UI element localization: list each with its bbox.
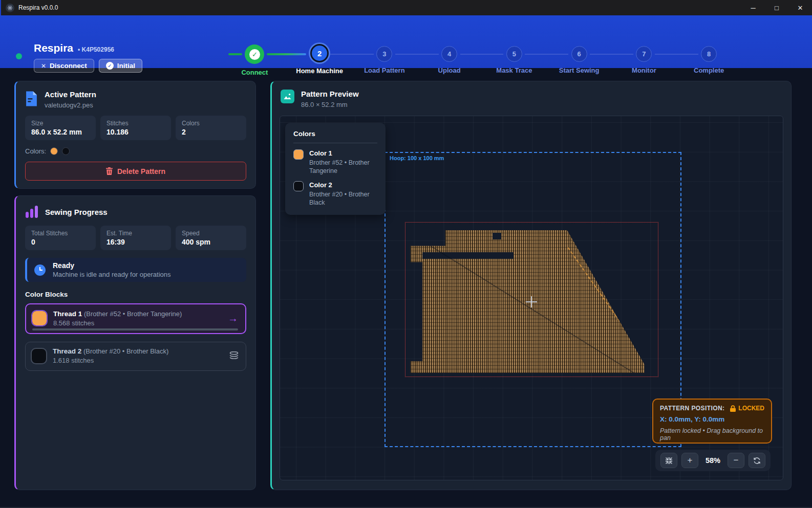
fit-to-screen-button[interactable] — [660, 453, 677, 468]
workflow-stepper: ✓ Connect 2 Home Machine 3 Load Pattern … — [222, 45, 741, 76]
app-header: Respira • K4P502956 ✕ Disconnect ✓ Initi… — [0, 15, 812, 68]
status-description: Machine is idle and ready for operations — [53, 271, 171, 278]
colors-legend: Colors Color 1 Brother #52 • Brother Tan… — [285, 123, 386, 215]
color-swatch-orange — [50, 147, 58, 155]
connection-status-dot — [16, 53, 22, 59]
step-number: 2 — [310, 44, 329, 62]
step-load-pattern[interactable]: 3 Load Pattern — [352, 45, 417, 76]
step-home-machine[interactable]: 2 Home Machine — [287, 45, 352, 76]
legend-swatch-black — [293, 181, 304, 191]
pattern-filename: valetudogv2.pes — [45, 101, 96, 109]
card-title: Sewing Progress — [45, 208, 108, 216]
stat-stitches: Stitches 10.186 — [100, 116, 171, 140]
position-hint: Pattern locked • Drag background to pan — [660, 427, 764, 441]
check-icon: ✓ — [249, 49, 260, 60]
image-icon — [281, 90, 294, 103]
stat-speed: Speed 400 spm — [176, 226, 246, 250]
zoom-level: 58% — [702, 456, 723, 465]
step-number: 6 — [571, 46, 587, 62]
step-number: 7 — [636, 46, 652, 62]
stat-colors: Colors 2 — [176, 116, 246, 140]
step-connect[interactable]: ✓ Connect — [222, 45, 287, 76]
pattern-preview-card: Pattern Preview 86.0 × 52.2 mm Hoop: 100… — [270, 81, 792, 490]
thread-progress-track — [32, 328, 238, 330]
check-circle-icon: ✓ — [106, 62, 114, 70]
preview-canvas[interactable]: Hoop: 100 x 100 mm Colors Color 1 Brothe… — [280, 116, 783, 480]
legend-swatch-orange — [293, 149, 304, 160]
step-upload[interactable]: 4 Upload — [417, 45, 482, 76]
clock-icon — [34, 264, 46, 276]
delete-pattern-button[interactable]: Delete Pattern — [25, 162, 246, 181]
machine-status-banner: Ready Machine is idle and ready for oper… — [25, 258, 246, 282]
bar-chart-icon — [25, 205, 38, 219]
app-icon — [6, 4, 14, 12]
maximize-button[interactable]: □ — [765, 0, 788, 15]
zoom-out-button[interactable]: − — [728, 453, 744, 468]
step-monitor[interactable]: 7 Monitor — [612, 45, 677, 76]
titlebar: Respira v0.0.0 ─ □ ✕ — [0, 0, 812, 15]
initial-button[interactable]: ✓ Initial — [99, 59, 142, 73]
stat-size: Size 86.0 x 52.2 mm — [25, 116, 96, 140]
thread-block-1[interactable]: Thread 1 (Brother #52 • Brother Tangerin… — [25, 303, 246, 334]
step-start-sewing[interactable]: 6 Start Sewing — [547, 45, 612, 76]
thread-swatch — [32, 349, 46, 363]
active-pattern-card: Active Pattern valetudogv2.pes Size 86.0… — [14, 81, 256, 189]
thread-block-2[interactable]: Thread 2 (Brother #20 • Brother Black) 1… — [25, 342, 246, 371]
machine-serial: • K4P502956 — [78, 46, 114, 53]
zoom-in-button[interactable]: + — [681, 453, 698, 468]
color-blocks-heading: Color Blocks — [16, 291, 255, 298]
stat-est-time: Est. Time 16:39 — [100, 226, 171, 250]
step-complete-circle: ✓ — [245, 45, 264, 64]
thread-swatch — [32, 311, 47, 325]
stat-total-stitches: Total Stitches 0 — [25, 226, 96, 250]
center-crosshair-icon — [526, 296, 537, 307]
disconnect-button[interactable]: ✕ Disconnect — [34, 59, 94, 73]
document-icon — [25, 91, 38, 109]
colors-label: Colors: — [25, 147, 46, 155]
minimize-button[interactable]: ─ — [741, 0, 765, 15]
pattern-notch — [422, 252, 514, 259]
step-complete[interactable]: 8 Complete — [676, 45, 741, 76]
position-coordinates: X: 0.0mm, Y: 0.0mm — [660, 415, 764, 423]
sewing-progress-card: Sewing Progress Total Stitches 0 Est. Ti… — [14, 195, 256, 490]
arrow-right-icon: → — [228, 313, 238, 324]
status-title: Ready — [53, 261, 171, 270]
locked-badge: LOCKED — [730, 405, 764, 412]
reset-view-button[interactable] — [749, 453, 765, 468]
close-button[interactable]: ✕ — [788, 0, 812, 15]
step-number: 4 — [441, 46, 457, 62]
card-title: Pattern Preview — [301, 90, 359, 98]
step-number: 5 — [506, 46, 522, 62]
hoop-label: Hoop: 100 x 100 mm — [390, 155, 444, 161]
legend-item-color2: Color 2 Brother #20 • Brother Black — [293, 181, 377, 207]
step-number: 8 — [701, 46, 717, 62]
pattern-position-overlay: PATTERN POSITION: LOCKED X: 0.0mm, Y: 0.… — [652, 399, 772, 444]
legend-item-color1: Color 1 Brother #52 • Brother Tangerine — [293, 149, 377, 175]
pattern-notch — [493, 233, 501, 239]
color-swatch-black — [62, 147, 70, 155]
card-title: Active Pattern — [45, 90, 96, 99]
layers-icon — [229, 351, 239, 360]
app-name: Respira — [34, 42, 73, 54]
window-title: Respira v0.0.0 — [18, 4, 58, 11]
jump-stitch-line — [567, 247, 649, 363]
close-icon: ✕ — [41, 62, 46, 70]
step-number: 3 — [376, 46, 392, 62]
step-mask-trace[interactable]: 5 Mask Trace — [482, 45, 547, 76]
pattern-dimensions: 86.0 × 52.2 mm — [301, 101, 359, 108]
trash-icon — [106, 167, 113, 175]
zoom-controls: + 58% − — [655, 450, 771, 471]
lock-icon — [730, 405, 736, 412]
